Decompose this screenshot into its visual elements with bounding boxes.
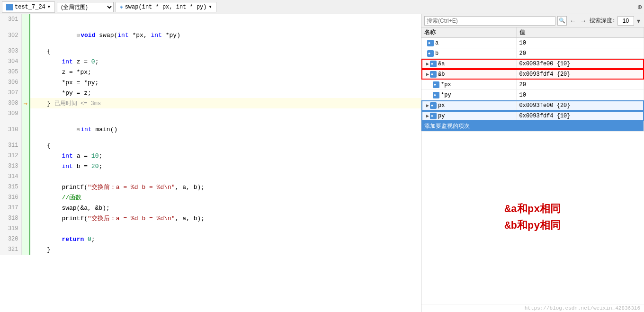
pin-button[interactable]: ⊕ — [637, 2, 642, 12]
watch-row-a[interactable]: a 10 — [421, 38, 644, 48]
function-icon: ◈ — [120, 4, 123, 10]
code-line: ⊟void swap(int *px, int *py) — [30, 25, 421, 46]
add-watch-text: 添加要监视的项次 — [424, 123, 470, 130]
gutter — [21, 203, 30, 213]
expand-icon[interactable]: ▶ — [426, 113, 429, 119]
code-line — [30, 171, 421, 182]
code-line: int a = 10; — [30, 151, 421, 161]
var-icon — [433, 81, 439, 88]
watch-row-deref-px[interactable]: *px 20 — [421, 80, 644, 90]
nav-forward-button[interactable]: → — [579, 17, 588, 25]
search-bar: 🔍 ← → 搜索深度: ▾ — [421, 14, 644, 27]
watch-header-row: 名称 值 — [421, 27, 644, 38]
line-number: 312 — [0, 151, 21, 161]
table-row: 304 int z = 0; — [0, 56, 421, 67]
add-watch-row[interactable]: 添加要监视的项次 — [421, 121, 644, 132]
watch-var-name: b — [435, 50, 438, 57]
annotation-line1: &a和px相同 — [505, 201, 561, 218]
gutter — [21, 171, 30, 182]
var-icon — [430, 61, 437, 67]
watch-name-cell: *px — [421, 80, 516, 90]
search-button[interactable]: 🔍 — [557, 16, 567, 26]
table-row: 302 ⊟void swap(int *px, int *py) — [0, 25, 421, 46]
gutter — [21, 234, 30, 244]
table-row: 301 — [0, 14, 421, 25]
code-line: { — [30, 46, 421, 56]
watch-var-name: &b — [438, 71, 445, 78]
code-line: int z = 0; — [30, 56, 421, 67]
line-number: 311 — [0, 140, 21, 151]
watch-row-py[interactable]: ▶ py 0x0093fdf4 {10} — [421, 111, 644, 121]
code-panel[interactable]: 301 302 ⊟void swap(int *px, int *py) 303 — [0, 14, 421, 312]
search-input[interactable] — [424, 16, 555, 26]
watch-value-cell: 10 — [516, 90, 644, 100]
top-bar: test_7_24 ▾ (全局范围) ◈ swap(int * px, int … — [0, 0, 644, 14]
watch-row-addr-a[interactable]: ▶ &a 0x0093fe00 {10} — [421, 59, 644, 69]
collapse-icon[interactable]: ⊟ — [77, 33, 80, 38]
table-row: 308 ⇒ } 已用时间 <= 3ms — [0, 98, 421, 108]
gutter — [21, 151, 30, 161]
gutter: ⇒ — [21, 98, 30, 108]
table-row: 307 *py = z; — [0, 88, 421, 98]
depth-input[interactable] — [617, 16, 634, 26]
code-line: swap(&a, &b); — [30, 203, 421, 213]
code-line — [30, 14, 421, 25]
code-table: 301 302 ⊟void swap(int *px, int *py) 303 — [0, 14, 421, 255]
var-icon — [430, 113, 437, 119]
file-tab[interactable]: test_7_24 ▾ — [2, 1, 55, 13]
func-dropdown-arrow[interactable]: ▾ — [209, 3, 212, 10]
line-number: 321 — [0, 244, 21, 255]
code-line: } 已用时间 <= 3ms — [30, 98, 421, 108]
line-number: 320 — [0, 234, 21, 244]
var-icon — [430, 102, 437, 109]
code-line: } — [30, 244, 421, 255]
table-row: 314 — [0, 171, 421, 182]
add-watch-label[interactable]: 添加要监视的项次 — [421, 121, 644, 132]
watch-var-name: &a — [438, 61, 445, 67]
collapse-icon[interactable]: ⊟ — [77, 127, 80, 133]
code-line: printf("交换后：a = %d b = %d\n", a, b); — [30, 213, 421, 223]
nav-back-button[interactable]: ← — [569, 17, 577, 25]
watch-name-cell: ▶ px — [421, 100, 516, 111]
watch-row-addr-b[interactable]: ▶ &b 0x0093fdf4 {20} — [421, 69, 644, 80]
gutter — [21, 244, 30, 255]
line-number: 315 — [0, 182, 21, 192]
watch-name-cell: *py — [421, 90, 516, 100]
gutter — [21, 140, 30, 151]
watch-value-cell: 10 — [516, 38, 644, 48]
watch-name-cell: ▶ &a — [421, 59, 516, 69]
expand-icon[interactable]: ▶ — [426, 71, 429, 77]
tab-dropdown-arrow[interactable]: ▾ — [47, 3, 51, 10]
var-icon — [427, 50, 434, 57]
code-line: *py = z; — [30, 88, 421, 98]
table-row: 318 printf("交换后：a = %d b = %d\n", a, b); — [0, 213, 421, 223]
gutter — [21, 88, 30, 98]
function-tab[interactable]: ◈ swap(int * px, int * py) ▾ — [116, 2, 216, 12]
table-row: 315 printf("交换前：a = %d b = %d\n", a, b); — [0, 182, 421, 192]
expand-icon[interactable]: ▶ — [426, 103, 429, 108]
watch-row-b[interactable]: b 20 — [421, 48, 644, 59]
table-row: 311 { — [0, 140, 421, 151]
watch-row-px[interactable]: ▶ px 0x0093fe00 {20} — [421, 100, 644, 111]
watch-row-deref-py[interactable]: *py 10 — [421, 90, 644, 100]
table-row: 306 *px = *py; — [0, 77, 421, 88]
var-icon — [433, 92, 439, 98]
gutter — [21, 56, 30, 67]
gutter — [21, 77, 30, 88]
scope-dropdown[interactable]: (全局范围) — [57, 2, 114, 12]
col-name-header: 名称 — [421, 27, 516, 38]
gutter — [21, 182, 30, 192]
table-row: 317 swap(&a, &b); — [0, 203, 421, 213]
code-line: int b = 20; — [30, 161, 421, 171]
table-row: 321 } — [0, 244, 421, 255]
depth-dropdown[interactable]: ▾ — [636, 17, 641, 25]
expand-icon[interactable]: ▶ — [426, 61, 429, 67]
gutter — [21, 213, 30, 223]
table-row: 305 z = *px; — [0, 67, 421, 77]
line-number: 313 — [0, 161, 21, 171]
table-row: 309 — [0, 108, 421, 119]
table-row: 303 { — [0, 46, 421, 56]
code-line: z = *px; — [30, 67, 421, 77]
main-area: 301 302 ⊟void swap(int *px, int *py) 303 — [0, 14, 644, 312]
line-number: 318 — [0, 213, 21, 223]
